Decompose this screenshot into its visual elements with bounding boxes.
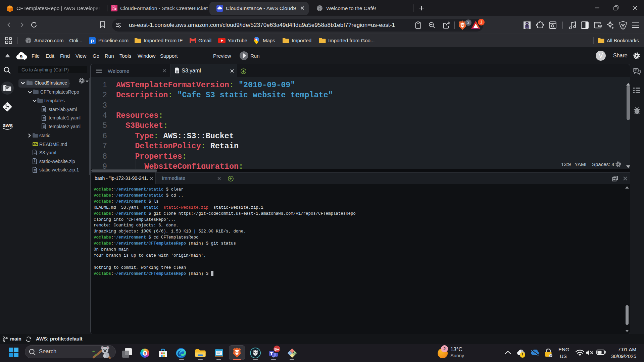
svg-text:9: 9	[20, 54, 23, 59]
svg-text:aws: aws	[3, 122, 13, 128]
